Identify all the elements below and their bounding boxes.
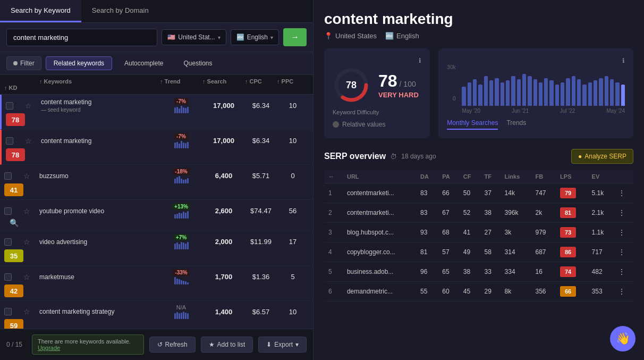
bar [511,76,515,106]
col-kd[interactable]: ↑ KD [4,85,23,91]
serp-fb: 979 [531,223,556,242]
export-label: Export [274,341,293,348]
star-icon[interactable]: ☆ [25,137,32,145]
serp-more[interactable]: ⋮ [614,223,633,242]
tab-autocomplete[interactable]: Autocomplete [116,56,171,70]
table-row[interactable]: ☆ content marketing -7% 17,000 $6.34 10 … [0,130,313,165]
serp-tf: 38 [480,203,500,223]
bar-col [506,80,510,106]
tab-questions[interactable]: Questions [175,56,220,70]
serp-pa: 60 [438,282,459,302]
serp-more[interactable]: ⋮ [614,203,633,223]
serp-url[interactable]: contentmarketi... [343,183,416,203]
bar-col [582,85,586,106]
chart-tabs: Monthly Searches Trends [447,119,625,130]
col-keyword[interactable]: ↑ Keywords [39,78,160,85]
serp-more[interactable]: ⋮ [614,262,633,282]
gauge-value: 78 [346,80,357,91]
serp-more[interactable]: ⋮ [614,282,633,302]
serp-url[interactable]: demandmetric... [343,282,416,302]
refresh-button[interactable]: ↺ Refresh [149,337,196,353]
lang-select[interactable]: 🔤 English ▾ [231,29,279,45]
relative-toggle[interactable] [333,121,339,128]
star-icon[interactable]: ☆ [23,307,30,316]
location-icon: 📍 [324,32,333,40]
col-search[interactable]: ↑ Search [202,78,245,85]
bar-col [566,78,570,106]
serp-more[interactable]: ⋮ [614,242,633,262]
row-checkbox[interactable] [4,273,12,281]
row-checkbox[interactable] [4,172,12,180]
col-cpc[interactable]: ↑ CPC [245,78,277,85]
filter-button[interactable]: Filter [6,56,41,70]
bar-col [605,76,608,106]
star-icon[interactable]: ☆ [23,273,30,281]
serp-url[interactable]: business.adob... [343,262,416,282]
tab-trends[interactable]: Trends [506,119,526,130]
serp-tf: 37 [480,183,500,203]
table-row[interactable]: ☆ content marketing strategy N/A 1,400 $… [0,301,313,329]
country-meta: 📍 United States [324,32,377,40]
row-checkbox[interactable] [4,308,12,315]
bar-col [489,80,493,106]
serp-tf: 58 [480,242,500,262]
bar [572,76,575,106]
tab-search-domain[interactable]: Search by Domain [81,0,159,22]
col-ppc[interactable]: ↑ PPC [277,78,309,85]
star-icon[interactable]: ☆ [23,238,30,246]
country-select[interactable]: 🇺🇸 United Stat... ▾ [162,29,226,45]
serp-lps: 66 [556,282,588,302]
star-icon[interactable]: ☆ [23,172,30,180]
add-to-list-button[interactable]: ★ Add to list [201,337,253,353]
serp-da: 81 [416,242,438,262]
serp-tf: 33 [480,262,500,282]
serp-more[interactable]: ⋮ [614,183,633,203]
row-checkbox[interactable] [6,137,13,145]
bar-col [495,78,498,106]
kd-info-icon[interactable]: ℹ [419,57,421,64]
col-trend[interactable]: ↑ Trend [160,78,202,85]
table-row[interactable]: ☆ buzzsumo -18% 6,400 $5.71 0 41 [0,165,313,200]
serp-section: SERP overview ⏱ 18 days ago ● Analyze SE… [324,149,633,302]
star-icon[interactable]: ☆ [23,207,30,215]
lang-meta: 🔤 English [385,32,419,40]
table-row[interactable]: ☆ video advertising +7% 2,000 $11.99 17 … [0,231,313,266]
serp-rank: 6 [324,282,343,302]
bar [555,85,559,106]
metrics-row: ℹ 78 78 / 100 VERY HA [324,48,633,138]
export-button[interactable]: ⬇ Export ▾ [258,337,307,353]
chat-widget[interactable]: 👋 [610,326,635,351]
serp-rank: 2 [324,203,343,223]
upgrade-link[interactable]: Upgrade [38,345,60,351]
serp-lps: 86 [556,242,588,262]
tab-related-keywords[interactable]: Related keywords [46,56,112,70]
row-checkbox[interactable] [4,238,12,246]
table-row[interactable]: ☆ youtube promote video +13% 2,600 $74.4… [0,200,313,231]
search-go-button[interactable]: → [283,28,307,46]
trend-cell: +7% [160,234,202,249]
serp-meta: SERP overview ⏱ 18 days ago [324,152,436,161]
tab-search-keyword[interactable]: Search by Keyword [0,0,81,22]
bar [533,79,537,106]
keyword-name: youtube promote video [39,207,160,215]
table-row[interactable]: ☆ content marketing — seed keyword -7% 1… [0,95,313,130]
row-checkbox[interactable] [6,102,13,110]
serp-url[interactable]: contentmarketi... [343,203,416,223]
kd-max: / 100 [400,80,416,88]
chart-info-icon[interactable]: ℹ [622,57,625,64]
search-input[interactable] [6,29,157,46]
star-icon[interactable]: ☆ [25,102,32,110]
bar [468,82,471,106]
tab-monthly-searches[interactable]: Monthly Searches [447,119,498,130]
bar-col [588,82,592,106]
analyze-serp-button[interactable]: ● Analyze SERP [571,149,633,164]
serp-url[interactable]: blog.hubspot.c... [343,223,416,242]
refresh-icon: ↺ [157,341,163,348]
serp-url[interactable]: copyblogger.co... [343,242,416,262]
table-row[interactable]: ☆ marketmuse -33% 1,700 $1.36 5 42 [0,266,313,301]
search-volume: 1,400 [202,308,245,316]
serp-fb: 356 [531,282,556,302]
row-checkbox[interactable] [4,207,12,215]
col-tf: TF [480,170,500,183]
clock-icon: ⏱ [390,153,397,161]
